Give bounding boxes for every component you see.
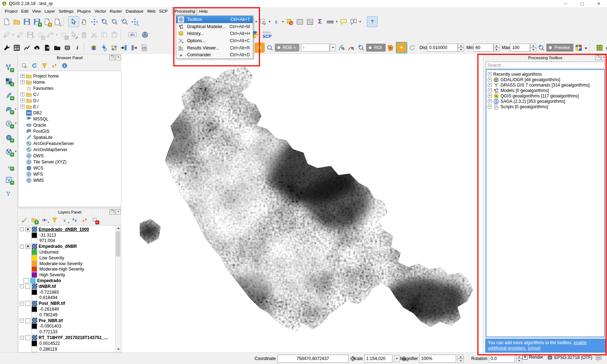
maximize-button[interactable]: ▢	[574, 0, 590, 7]
toolbox-group-grass[interactable]: GRASS GIS 7 commands [314 geoalgorithms]	[486, 82, 604, 88]
show-statistics-button[interactable]: Σ	[315, 17, 325, 27]
toolbox-search-input[interactable]	[486, 62, 605, 69]
toolbox-group-gdal[interactable]: GDAL/OGR [48 geoalgorithms]	[486, 77, 604, 82]
toolbox-group-models[interactable]: Models [0 geoalgorithms]	[486, 88, 604, 93]
touch-zoom-pan-button[interactable]	[68, 16, 79, 27]
scp-percent-stretch-button[interactable]: %	[336, 43, 346, 53]
close-button[interactable]: ✕	[590, 0, 607, 7]
scp-settings-button[interactable]	[1, 43, 12, 53]
cut-features-button[interactable]	[89, 30, 99, 40]
new-print-composer-button[interactable]	[42, 17, 52, 27]
scp-rgb-combo[interactable]: -	[301, 44, 330, 52]
scp-redo-roi-button[interactable]	[407, 43, 417, 53]
browser-item-wms[interactable]: WMS	[18, 177, 121, 183]
scp-plugin-label[interactable]: SCP	[263, 34, 272, 39]
minimize-button[interactable]: ─	[557, 0, 574, 7]
browser-item-favourites[interactable]: Favourites	[18, 85, 121, 91]
add-wms-layer-button[interactable]: ▼	[3, 118, 14, 128]
expand-all-button[interactable]	[70, 216, 79, 224]
measure-button[interactable]	[325, 17, 335, 27]
scp-mosaic-button[interactable]	[109, 43, 119, 53]
menu-item-graphical-modeler[interactable]: Graphical Modeler...Ctrl+Alt+M	[176, 23, 253, 30]
scp-open-folder-button[interactable]	[52, 43, 62, 53]
browser-item-oracle[interactable]: Oracle	[18, 122, 121, 128]
menu-item-toolbox[interactable]: ToolboxCtrl+Alt+T	[176, 16, 253, 23]
diagram-button[interactable]	[140, 30, 150, 40]
scp-roi-plus-button[interactable]: +	[396, 42, 407, 53]
save-project-as-button[interactable]	[32, 17, 42, 27]
scroll-up-arrow[interactable]	[116, 225, 121, 231]
scp-online-docs-button[interactable]	[62, 43, 72, 53]
render-checkbox[interactable]	[523, 355, 528, 360]
menu-scp[interactable]: SCP	[157, 7, 170, 15]
scp-rgb-combo-arrow[interactable]	[330, 44, 336, 51]
new-spatialite-layer-button[interactable]	[3, 189, 14, 199]
collapse-all-button[interactable]	[81, 216, 89, 224]
dist-spinner[interactable]	[458, 44, 464, 52]
browser-item-c-drive[interactable]: C:/	[18, 91, 121, 97]
layer-empedrado-dnbr-1000[interactable]: Empedrado_dNBR_1000	[18, 227, 121, 232]
menu-item-options[interactable]: Options...Ctrl+Alt+C	[176, 37, 253, 44]
filter-by-expression-button[interactable]: ε▼	[60, 216, 69, 224]
scp-download-button[interactable]	[99, 43, 109, 53]
layer-rt-t18hyf[interactable]: RT_T18HYF_20170218T143751_...	[18, 335, 121, 341]
browser-item-d-drive[interactable]: D:/	[18, 97, 121, 104]
filter-legend-button[interactable]	[50, 216, 59, 224]
add-postgis-layer-button[interactable]: ▼	[3, 104, 14, 114]
toolbar-overflow-chevron-2[interactable]: »	[604, 45, 607, 51]
layers-panel-float-button[interactable]: ❐	[109, 209, 115, 215]
scp-rgb-toggle[interactable]: RGB =	[275, 44, 299, 52]
browser-item-wcs[interactable]: WCS	[18, 165, 121, 171]
toolbox-panel-titlebar[interactable]: Processing Toolbox ❐ ×	[483, 54, 607, 61]
menu-settings[interactable]: Settings	[57, 7, 75, 15]
scp-roi-polygon-button[interactable]	[386, 43, 396, 53]
scale-combo[interactable]: 1:154,020	[364, 355, 393, 363]
coordinate-input[interactable]: 758470,6072437	[277, 355, 348, 363]
scp-about-button[interactable]: i	[72, 43, 82, 53]
copy-features-button[interactable]	[99, 30, 109, 40]
scale-combo-arrow[interactable]	[394, 355, 400, 362]
browser-item-arcgis-feature-server[interactable]: ArcGisFeatureServer	[18, 140, 121, 146]
add-raster-layer-button[interactable]	[3, 76, 14, 86]
composer-manager-button[interactable]	[52, 17, 62, 27]
browser-collapse-all-button[interactable]	[50, 61, 59, 70]
pan-map-button[interactable]	[79, 17, 89, 27]
layers-panel-close-button[interactable]: ×	[116, 209, 121, 215]
menu-item-history[interactable]: History...Ctrl+Alt+H	[176, 30, 253, 37]
toolbox-group-qgis[interactable]: QGIS geoalgorithms [117 geoalgorithms]	[486, 93, 604, 98]
toolbox-panel-float-button[interactable]: ❐	[595, 55, 601, 60]
rotation-spinner[interactable]	[516, 355, 523, 363]
select-features-button[interactable]	[258, 17, 268, 27]
browser-properties-button[interactable]	[60, 61, 69, 70]
menu-vector[interactable]: Vector	[92, 7, 108, 15]
scp-export-button[interactable]	[42, 43, 52, 53]
select-by-expression-button[interactable]: ε	[271, 17, 281, 27]
layer-pre-nbr-tif[interactable]: Pre_NBR.tif	[18, 318, 121, 324]
min-input[interactable]: 60	[473, 44, 494, 52]
add-feature-button[interactable]	[35, 30, 45, 40]
browser-item-e-drive[interactable]: E:/	[18, 104, 121, 110]
browser-item-wfs[interactable]: WFS	[18, 171, 121, 177]
min-spinner[interactable]	[494, 44, 500, 52]
scroll-thumb[interactable]	[116, 231, 120, 256]
zoom-in-button[interactable]	[99, 17, 109, 27]
layer-empedrado-dnbr[interactable]: Empedrado_dNBR	[18, 244, 121, 249]
max-spinner[interactable]	[530, 44, 536, 52]
zoom-out-button[interactable]	[109, 17, 120, 27]
scp-export-classification-button[interactable]	[129, 43, 139, 53]
scp-add-polygon-roi-button[interactable]: ⌗	[255, 43, 265, 53]
menu-web[interactable]: Web	[145, 7, 157, 15]
scp-band-set-button[interactable]	[12, 43, 22, 53]
menu-item-commander[interactable]: » CommanderCtrl+Alt+D	[176, 51, 253, 58]
scp-classification-grid-button[interactable]	[594, 43, 604, 53]
crs-status[interactable]: EPSG:32718 (OTF)	[554, 355, 592, 360]
scp-zoom-rgb-button[interactable]	[265, 43, 275, 53]
browser-panel-close-button[interactable]: ×	[116, 55, 121, 60]
save-layer-edits-button[interactable]	[25, 30, 35, 40]
menu-view[interactable]: View	[30, 7, 43, 15]
layer-dnbr-tif[interactable]: dNBR.tif	[18, 284, 121, 289]
browser-item-tile-server-xyz[interactable]: Tile Server (XYZ)	[18, 159, 121, 165]
browser-add-selected-layers-button[interactable]	[20, 61, 29, 70]
log-messages-icon[interactable]	[595, 355, 602, 361]
layers-scrollbar[interactable]	[115, 225, 121, 352]
